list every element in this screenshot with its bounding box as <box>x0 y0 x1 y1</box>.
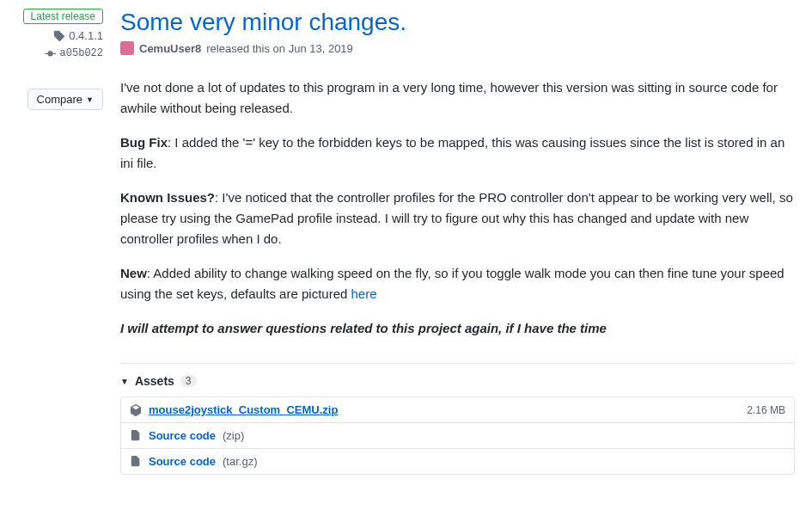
avatar[interactable] <box>120 41 134 55</box>
triangle-down-icon: ▼ <box>120 377 129 386</box>
commit-hash: a05b022 <box>60 47 103 59</box>
asset-link[interactable]: mouse2joystick_Custom_CEMU.zip <box>149 403 338 416</box>
here-link[interactable]: here <box>351 286 376 301</box>
body-label: New <box>120 266 147 280</box>
commit-icon <box>45 48 56 59</box>
assets-list: mouse2joystick_Custom_CEMU.zip2.16 MBSou… <box>120 396 795 475</box>
body-paragraph: Bug Fix: I added the '=' key to the forb… <box>120 132 795 174</box>
package-icon <box>130 404 142 416</box>
assets-label: Assets <box>135 374 174 388</box>
file-zip-icon <box>130 456 142 468</box>
assets-toggle[interactable]: ▼ Assets 3 <box>120 374 795 388</box>
asset-link[interactable]: Source code <box>149 429 216 442</box>
tag-link[interactable]: 0.4.1.1 <box>53 29 103 42</box>
release-main: Some very minor changes. CemuUser8 relea… <box>120 9 795 475</box>
body-paragraph: Known Issues?: I've noticed that the con… <box>120 187 795 249</box>
body-label: Bug Fix <box>120 135 168 150</box>
author-link[interactable]: CemuUser8 <box>139 42 201 55</box>
body-paragraph: I will attempt to answer questions relat… <box>120 318 795 339</box>
latest-release-badge: Latest release <box>23 9 103 24</box>
release-date: released this on Jun 13, 2019 <box>206 42 353 55</box>
tag-name: 0.4.1.1 <box>69 29 103 42</box>
tag-icon <box>53 30 64 41</box>
asset-size: 2.16 MB <box>747 404 785 416</box>
release-meta: CemuUser8 released this on Jun 13, 2019 <box>120 41 795 55</box>
release-sidebar: Latest release 0.4.1.1 a05b022 Compare ▼ <box>17 9 103 475</box>
file-zip-icon <box>130 430 142 442</box>
release-body: I've not done a lot of updates to this p… <box>120 77 795 339</box>
asset-link[interactable]: Source code <box>149 455 216 468</box>
caret-down-icon: ▼ <box>86 95 94 104</box>
release-title[interactable]: Some very minor changes. <box>120 9 795 36</box>
compare-label: Compare <box>37 93 82 106</box>
asset-row: mouse2joystick_Custom_CEMU.zip2.16 MB <box>121 397 794 423</box>
compare-button[interactable]: Compare ▼ <box>27 89 103 110</box>
asset-extension: (tar.gz) <box>223 455 257 468</box>
commit-link[interactable]: a05b022 <box>45 47 103 59</box>
divider <box>120 363 795 364</box>
body-paragraph: I've not done a lot of updates to this p… <box>120 77 795 119</box>
asset-row: Source code (zip) <box>121 423 794 449</box>
body-label: Known Issues? <box>120 190 215 205</box>
body-paragraph: New: Added ability to change walking spe… <box>120 263 795 304</box>
assets-count: 3 <box>180 375 197 387</box>
asset-row: Source code (tar.gz) <box>121 449 794 474</box>
asset-extension: (zip) <box>223 429 244 442</box>
